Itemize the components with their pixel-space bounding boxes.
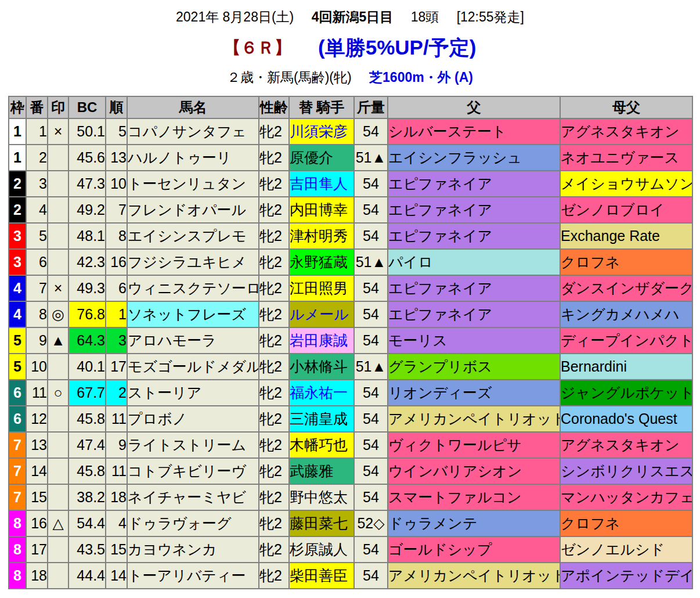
race-title-line: 【６Ｒ】 (単勝5%UP/予定) — [0, 34, 700, 62]
mark-cell — [48, 563, 68, 589]
weight-cell: 54 — [354, 223, 388, 249]
jockey-cell: 柴田善臣 — [289, 563, 354, 589]
weight-cell: 54 — [354, 484, 388, 510]
jockey-cell: 木幡巧也 — [289, 432, 354, 458]
mark-cell — [48, 406, 68, 432]
horse-number-cell: 13 — [26, 432, 48, 458]
horse-name-cell: アロハモーラ — [127, 327, 259, 354]
weight-cell: 54 — [354, 380, 388, 406]
waku-cell: 7 — [9, 458, 26, 484]
sex-age-cell: 牝2 — [259, 145, 289, 171]
waku-cell: 2 — [9, 171, 26, 197]
bc-cell: 38.2 — [68, 484, 106, 510]
mark-cell: ◎ — [48, 301, 68, 327]
entry-row: 71347.49ライトストリーム牝2木幡巧也54ヴィクトワールピサアグネスタキオ… — [9, 432, 692, 458]
horse-number-cell: 3 — [26, 171, 48, 197]
horse-name-cell: ソネットフレーズ — [127, 301, 259, 327]
rank-cell: 15 — [106, 536, 127, 563]
rank-cell: 18 — [106, 484, 127, 510]
horse-name-cell: エイシンスプレモ — [127, 223, 259, 249]
mark-cell: △ — [48, 510, 68, 536]
father-cell: シルバーステート — [388, 118, 560, 145]
entry-row: 48◎76.81ソネットフレーズ牝2ルメール54エピファネイアキングカメハメハ — [9, 301, 692, 327]
bc-cell: 50.1 — [68, 118, 106, 145]
horse-number-cell: 14 — [26, 458, 48, 484]
weight-cell: 54 — [354, 275, 388, 301]
rank-cell: 3 — [106, 327, 127, 354]
horse-name-cell: ドゥラヴォーグ — [127, 510, 259, 536]
jockey-cell: 永野猛蔵 — [289, 249, 354, 275]
horse-number-cell: 4 — [26, 197, 48, 223]
jockey-cell: 岩田康誠 — [289, 327, 354, 354]
sex-age-cell: 牝2 — [259, 249, 289, 275]
bc-cell: 54.4 — [68, 510, 106, 536]
mark-cell — [48, 484, 68, 510]
mark-cell — [48, 145, 68, 171]
sex-age-cell: 牝2 — [259, 171, 289, 197]
rank-cell: 5 — [106, 118, 127, 145]
col-header-waku: 枠 — [9, 96, 26, 118]
horse-number-cell: 9 — [26, 327, 48, 354]
horse-number-cell: 1 — [26, 118, 48, 145]
entry-row: 59▲64.33アロハモーラ牝2岩田康誠54モーリスディープインパクト — [9, 327, 692, 354]
entries-body: 11×50.15コパノサンタフェ牝2川須栄彦54シルバーステートアグネスタキオン… — [9, 118, 692, 589]
mother-father-cell: アグネスタキオン — [560, 118, 692, 145]
weight-cell: 54 — [354, 432, 388, 458]
mother-father-cell: ネオユニヴァース — [560, 145, 692, 171]
jockey-cell: 藤田菜七 — [289, 510, 354, 536]
col-header-rank: 順 — [106, 96, 127, 118]
bc-cell: 49.3 — [68, 275, 106, 301]
waku-cell: 1 — [9, 145, 26, 171]
horse-number-cell: 8 — [26, 301, 48, 327]
father-cell: エピファネイア — [388, 275, 560, 301]
sex-age-cell: 牝2 — [259, 118, 289, 145]
sex-age-cell: 牝2 — [259, 510, 289, 536]
weight-cell: 51▲ — [354, 145, 388, 171]
father-cell: ドゥラメンテ — [388, 510, 560, 536]
field-size: 18頭 — [411, 9, 439, 24]
bc-cell: 48.1 — [68, 223, 106, 249]
entry-row: 1245.613ハルノトゥーリ牝2原優介51▲エイシンフラッシュネオユニヴァース — [9, 145, 692, 171]
father-cell: グランプリボス — [388, 354, 560, 380]
bc-cell: 40.1 — [68, 354, 106, 380]
col-header-father: 父 — [388, 96, 560, 118]
weight-cell: 54 — [354, 118, 388, 145]
father-cell: スマートファルコン — [388, 484, 560, 510]
sex-age-cell: 牝2 — [259, 380, 289, 406]
race-card-table: 枠 番 印 BC 順 馬名 性齢 替 騎手 斤量 父 母父 11×50.15コパ… — [8, 96, 693, 589]
horse-name-cell: ウィニスクテソーロ — [127, 275, 259, 301]
rank-cell: 10 — [106, 171, 127, 197]
bc-cell: 67.7 — [68, 380, 106, 406]
jockey-cell: 吉田隼人 — [289, 171, 354, 197]
entry-row: 71538.218ネイチャーミヤビ牝2野中悠太54スマートファルコンマンハッタン… — [9, 484, 692, 510]
rank-cell: 8 — [106, 223, 127, 249]
bc-cell: 45.6 — [68, 145, 106, 171]
bc-cell: 45.8 — [68, 406, 106, 432]
rank-cell: 9 — [106, 432, 127, 458]
rank-cell: 11 — [106, 406, 127, 432]
rank-cell: 17 — [106, 354, 127, 380]
mother-father-cell: ゼンノロブロイ — [560, 197, 692, 223]
bc-cell: 47.4 — [68, 432, 106, 458]
mark-cell — [48, 249, 68, 275]
father-cell: エピファネイア — [388, 197, 560, 223]
bc-cell: 45.8 — [68, 458, 106, 484]
horse-name-cell: コトブキビリーヴ — [127, 458, 259, 484]
weight-cell: 51▲ — [354, 249, 388, 275]
mother-father-cell: Exchange Rate — [560, 223, 692, 249]
horse-number-cell: 12 — [26, 406, 48, 432]
jockey-cell: 野中悠太 — [289, 484, 354, 510]
rank-cell: 7 — [106, 197, 127, 223]
bc-cell: 76.8 — [68, 301, 106, 327]
jockey-cell: 小林脩斗 — [289, 354, 354, 380]
mark-cell — [48, 223, 68, 249]
weight-cell: 54 — [354, 458, 388, 484]
mother-father-cell: クロフネ — [560, 510, 692, 536]
col-header-weight: 斤量 — [354, 96, 388, 118]
bc-cell: 49.2 — [68, 197, 106, 223]
rank-cell: 11 — [106, 458, 127, 484]
weight-cell: 54 — [354, 563, 388, 589]
mark-cell — [48, 171, 68, 197]
weight-cell: 52◇ — [354, 510, 388, 536]
jockey-cell: 三浦皇成 — [289, 406, 354, 432]
